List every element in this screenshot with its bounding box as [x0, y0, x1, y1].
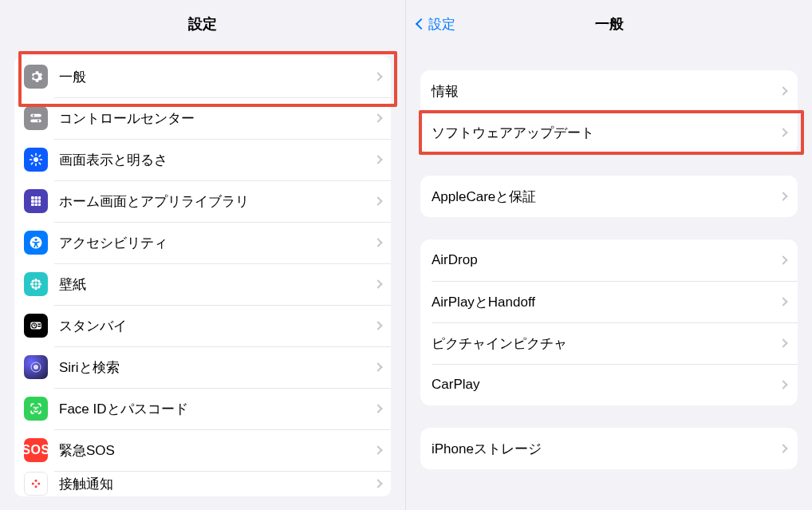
row-label: 一般 [59, 68, 375, 86]
row-label: コントロールセンター [59, 109, 375, 128]
siri-icon [24, 355, 48, 379]
row-control-center[interactable]: コントロールセンター [14, 97, 391, 139]
row-wallpaper[interactable]: 壁紙 [14, 263, 391, 305]
svg-point-25 [34, 279, 37, 283]
row-label: アクセシビリティ [59, 234, 375, 252]
chevron-right-icon [778, 255, 787, 264]
svg-point-24 [34, 283, 37, 285]
svg-rect-14 [35, 196, 38, 200]
row-airdrop[interactable]: AirDrop [420, 239, 798, 281]
row-carplay[interactable]: CarPlay [420, 364, 798, 405]
switches-icon [24, 106, 48, 130]
group-storage: iPhoneストレージ [420, 428, 798, 469]
svg-point-30 [37, 279, 41, 283]
svg-rect-20 [35, 204, 38, 206]
accessibility-icon [24, 231, 48, 255]
svg-point-32 [37, 285, 41, 289]
row-label: ピクチャインピクチャ [432, 334, 780, 353]
svg-rect-16 [31, 200, 34, 204]
row-label: AirPlayとHandoff [432, 293, 780, 311]
chevron-right-icon [373, 445, 382, 454]
row-label: スタンバイ [59, 317, 375, 335]
svg-point-26 [34, 287, 37, 291]
row-label: AppleCareと保証 [432, 188, 780, 206]
svg-rect-38 [37, 326, 41, 327]
svg-rect-0 [30, 114, 41, 117]
chevron-right-icon [778, 192, 787, 200]
row-general[interactable]: 一般 [14, 56, 391, 97]
svg-point-27 [30, 283, 34, 285]
svg-point-40 [34, 365, 38, 370]
row-standby[interactable]: スタンバイ [14, 305, 391, 346]
row-accessibility[interactable]: アクセシビリティ [14, 222, 391, 263]
svg-rect-18 [38, 200, 41, 204]
row-about[interactable]: 情報 [420, 70, 798, 112]
sun-icon [24, 148, 48, 172]
row-label: AirDrop [432, 252, 780, 268]
row-applecare[interactable]: AppleCareと保証 [420, 176, 798, 217]
row-storage[interactable]: iPhoneストレージ [420, 428, 798, 469]
row-exposure[interactable]: 接触通知 [14, 471, 391, 496]
chevron-right-icon [778, 86, 787, 95]
settings-root-pane: 設定 一般 コントロールセンター 画面表示と明るさ [0, 0, 406, 510]
back-button[interactable]: 設定 [417, 0, 455, 48]
group-about: 情報 ソフトウェアアップデート [420, 70, 798, 153]
svg-point-45 [35, 480, 37, 482]
svg-line-12 [39, 155, 41, 156]
page-title: 一般 [595, 14, 624, 34]
group-applecare: AppleCareと保証 [420, 176, 798, 217]
row-label: iPhoneストレージ [432, 440, 780, 458]
sos-icon: SOS [24, 438, 48, 462]
row-pip[interactable]: ピクチャインピクチャ [420, 322, 798, 364]
row-software-update[interactable]: ソフトウェアアップデート [420, 112, 798, 153]
svg-rect-15 [38, 196, 41, 200]
clock-icon [24, 314, 48, 338]
row-faceid[interactable]: Face IDとパスコード [14, 388, 391, 429]
svg-point-46 [35, 485, 37, 488]
svg-rect-21 [38, 204, 41, 206]
svg-point-23 [35, 239, 37, 241]
sos-text: SOS [22, 443, 49, 457]
chevron-right-icon [373, 279, 382, 288]
chevron-right-icon [778, 338, 787, 347]
row-label: 情報 [432, 82, 780, 101]
row-sos[interactable]: SOS 緊急SOS [14, 429, 391, 471]
chevron-right-icon [373, 238, 382, 247]
svg-point-3 [37, 120, 39, 121]
svg-point-44 [37, 483, 40, 485]
svg-point-31 [31, 285, 35, 289]
settings-list: 一般 コントロールセンター 画面表示と明るさ ホーム画面とアプリライブラリ [14, 56, 391, 496]
chevron-right-icon [373, 404, 382, 413]
chevron-right-icon [778, 444, 787, 453]
chevron-right-icon [373, 479, 382, 488]
row-label: Face IDとパスコード [59, 400, 375, 418]
svg-point-42 [37, 407, 38, 408]
svg-point-2 [33, 114, 34, 116]
back-label: 設定 [428, 15, 455, 34]
page-title: 設定 [0, 0, 405, 48]
row-display[interactable]: 画面表示と明るさ [14, 139, 391, 180]
chevron-right-icon [373, 155, 382, 164]
chevron-right-icon [778, 297, 787, 306]
svg-point-43 [32, 483, 34, 485]
faceid-icon [24, 397, 48, 421]
row-label: 接触通知 [59, 475, 375, 493]
svg-rect-17 [35, 200, 38, 204]
chevron-right-icon [373, 321, 382, 330]
flower-icon [24, 272, 48, 296]
chevron-right-icon [373, 362, 382, 371]
svg-point-41 [34, 407, 34, 408]
row-home-screen[interactable]: ホーム画面とアプリライブラリ [14, 180, 391, 222]
row-siri[interactable]: Siriと検索 [14, 346, 391, 388]
svg-rect-13 [31, 196, 34, 200]
row-label: ソフトウェアアップデート [432, 124, 780, 142]
svg-point-29 [31, 279, 35, 283]
svg-line-9 [31, 155, 33, 156]
group-airdrop: AirDrop AirPlayとHandoff ピクチャインピクチャ CarPl… [420, 239, 798, 405]
chevron-right-icon [778, 128, 787, 136]
chevron-right-icon [373, 113, 382, 122]
exposure-icon [24, 472, 48, 496]
row-label: ホーム画面とアプリライブラリ [59, 192, 375, 211]
row-airplay[interactable]: AirPlayとHandoff [420, 281, 798, 322]
svg-point-4 [34, 157, 38, 162]
